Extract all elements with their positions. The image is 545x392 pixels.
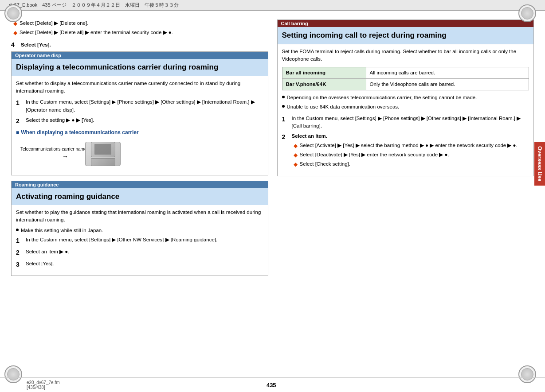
cb-step-2-text: Select an item.: [292, 132, 518, 140]
top-bar: dv67_E.book 435 ページ ２００９年４月２２日 水曜日 午後５時３…: [0, 0, 545, 11]
footer-left: e20_dv67_7e.fm [435/438]: [27, 380, 60, 390]
top-bullets: ◆ Select [Delete] ▶ [Delete one]. ◆ Sele…: [11, 19, 268, 37]
cb-sub-bullets: ◆ Select [Activate] ▶ [Yes] ▶ select the…: [292, 142, 518, 169]
bullet-diamond-2: ◆: [13, 29, 17, 37]
op-step-1: 1 In the Custom menu, select [Settings] …: [16, 98, 263, 114]
rg-note: Make this setting while still in Japan.: [16, 227, 263, 234]
cb-notes: Depending on the overseas telecommunicat…: [282, 94, 529, 111]
op-header-text: Operator name disp: [15, 53, 61, 58]
cb-sub-text-1: Select [Activate] ▶ [Yes] ▶ select the b…: [300, 142, 518, 149]
bullet-text-2: Select [Delete] ▶ [Delete all] ▶ enter t…: [20, 29, 173, 36]
phone-image: [85, 142, 121, 166]
sub-diamond-3: ◆: [294, 161, 298, 168]
footer-file: e20_dv67_7e.fm: [27, 380, 60, 385]
bullet-item: ◆ Select [Delete] ▶ [Delete all] ▶ enter…: [13, 29, 268, 37]
rg-header-text: Roaming guidance: [15, 182, 59, 187]
cb-sub-text-2: Select [Deactivate] ▶ [Yes] ▶ enter the …: [300, 151, 449, 158]
step-4: 4 Select [Yes].: [11, 41, 268, 49]
rg-step-2: 2 Select an item ▶ ●.: [16, 248, 263, 257]
rg-step-1-text: In the Custom menu, select [Settings] ▶ …: [26, 236, 217, 244]
cb-step-2: 2 Select an item. ◆ Select [Activate] ▶ …: [282, 132, 529, 170]
footer-pages: [435/438]: [27, 385, 60, 390]
left-col: ◆ Select [Delete] ▶ [Delete one]. ◆ Sele…: [11, 19, 268, 367]
cb-body: Set the FOMA terminal to reject calls du…: [278, 44, 534, 176]
rg-step-1: 1 In the Custom menu, select [Settings] …: [16, 236, 263, 245]
op-step-1-text: In the Custom menu, select [Settings] ▶ …: [26, 98, 263, 114]
main-content: ◆ Select [Delete] ▶ [Delete one]. ◆ Sele…: [0, 13, 545, 374]
op-header: Operator name disp: [12, 52, 268, 59]
op-title-text: Displaying a telecommunications carrier …: [16, 63, 218, 71]
table-cell-desc-1: All incoming calls are barred.: [366, 67, 529, 78]
rg-note-text: Make this setting while still in Japan.: [21, 227, 103, 234]
rg-step-3-num: 3: [16, 260, 23, 269]
cb-step-1-num: 1: [282, 115, 289, 124]
rg-section: Roaming guidance Activating roaming guid…: [11, 181, 268, 276]
rg-step-2-text: Select an item ▶ ●.: [26, 248, 69, 256]
cb-step-2-num: 2: [282, 132, 289, 142]
rg-title: Activating roaming guidance: [12, 188, 268, 205]
cb-note-1: Depending on the overseas telecommunicat…: [282, 94, 529, 101]
op-subsection-text: When displaying a telecommunications car…: [21, 128, 138, 136]
table-cell-desc-2: Only the Videophone calls are barred.: [366, 78, 529, 90]
dot-bullet-n2: [282, 105, 285, 108]
op-body-text: Set whether to display a telecommunicati…: [16, 80, 263, 95]
rg-step-2-num: 2: [16, 248, 23, 257]
cb-table: Bar all incoming All incoming calls are …: [282, 67, 529, 91]
cb-note-1-text: Depending on the overseas telecommunicat…: [287, 94, 477, 101]
sub-diamond-1: ◆: [294, 142, 298, 150]
bottom-bar: e20_dv67_7e.fm [435/438] 435: [0, 377, 545, 392]
rg-step-3-text: Select [Yes].: [26, 260, 54, 268]
cb-title-text: Setting incoming call to reject during r…: [282, 31, 447, 39]
rg-header: Roaming guidance: [12, 181, 268, 188]
page-container: dv67_E.book 435 ページ ２００９年４月２２日 水曜日 午後５時３…: [0, 0, 545, 392]
step-4-num: 4: [11, 41, 18, 48]
cb-sub-bullet-3: ◆ Select [Check setting].: [294, 160, 518, 168]
cb-header-text: Call barring: [281, 21, 308, 26]
op-subsection: When displaying a telecommunications car…: [16, 128, 263, 136]
cb-header: Call barring: [278, 20, 534, 27]
cb-step-1-text: In the Custom menu, select [Settings] ▶ …: [292, 115, 529, 130]
sub-diamond-2: ◆: [294, 151, 298, 159]
table-cell-label-2: Bar V.phone/64K: [282, 78, 366, 90]
dot-bullet-n1: [282, 96, 285, 98]
op-body: Set whether to display a telecommunicati…: [12, 76, 268, 175]
op-step-2-text: Select the setting ▶ ● ▶ [Yes].: [26, 116, 94, 124]
cb-body-text: Set the FOMA terminal to reject calls du…: [282, 48, 529, 63]
rg-body-text: Set whether to play the guidance stating…: [16, 209, 263, 224]
right-col: Call barring Setting incoming call to re…: [277, 19, 534, 367]
table-row-1: Bar all incoming All incoming calls are …: [282, 67, 529, 78]
op-step-2: 2 Select the setting ▶ ● ▶ [Yes].: [16, 116, 263, 126]
cb-note-2-text: Unable to use 64K data communication ove…: [287, 103, 400, 111]
page-number: 435: [267, 382, 276, 388]
table-row-2: Bar V.phone/64K Only the Videophone call…: [282, 78, 529, 90]
op-section: Operator name disp Displaying a telecomm…: [11, 51, 268, 175]
corner-tl: [4, 4, 27, 27]
cb-title: Setting incoming call to reject during r…: [278, 27, 534, 44]
vertical-tab: Overseas Use: [534, 142, 545, 186]
cb-section: Call barring Setting incoming call to re…: [277, 19, 534, 176]
dot-bullet: [16, 229, 19, 231]
cb-step-1: 1 In the Custom menu, select [Settings] …: [282, 115, 529, 130]
phone-caption: Telecommunications carrier name: [20, 147, 65, 152]
cb-step-2-content: Select an item. ◆ Select [Activate] ▶ [Y…: [292, 132, 518, 170]
rg-step-1-num: 1: [16, 236, 23, 245]
bullet-text-1: Select [Delete] ▶ [Delete one].: [20, 19, 88, 27]
op-step-2-num: 2: [16, 116, 23, 126]
cb-note-2: Unable to use 64K data communication ove…: [282, 103, 529, 111]
cb-sub-text-3: Select [Check setting].: [300, 160, 350, 167]
corner-tr: [518, 4, 541, 27]
bullet-item: ◆ Select [Delete] ▶ [Delete one].: [13, 19, 268, 27]
cb-sub-bullet-2: ◆ Select [Deactivate] ▶ [Yes] ▶ enter th…: [294, 151, 518, 159]
rg-body: Set whether to play the guidance stating…: [12, 205, 268, 276]
table-cell-label-1: Bar all incoming: [282, 67, 366, 78]
vertical-tab-text: Overseas Use: [537, 146, 543, 181]
cb-sub-bullet-1: ◆ Select [Activate] ▶ [Yes] ▶ select the…: [294, 142, 518, 150]
step-4-text: Select [Yes].: [21, 41, 51, 49]
rg-title-text: Activating roaming guidance: [16, 192, 119, 201]
op-step-1-num: 1: [16, 98, 23, 108]
op-title: Displaying a telecommunications carrier …: [12, 59, 268, 76]
rg-step-3: 3 Select [Yes].: [16, 260, 263, 269]
phone-image-area: Telecommunications carrier name →: [16, 139, 263, 169]
topbar-text: dv67_E.book 435 ページ ２００９年４月２２日 水曜日 午後５時３…: [9, 2, 179, 8]
